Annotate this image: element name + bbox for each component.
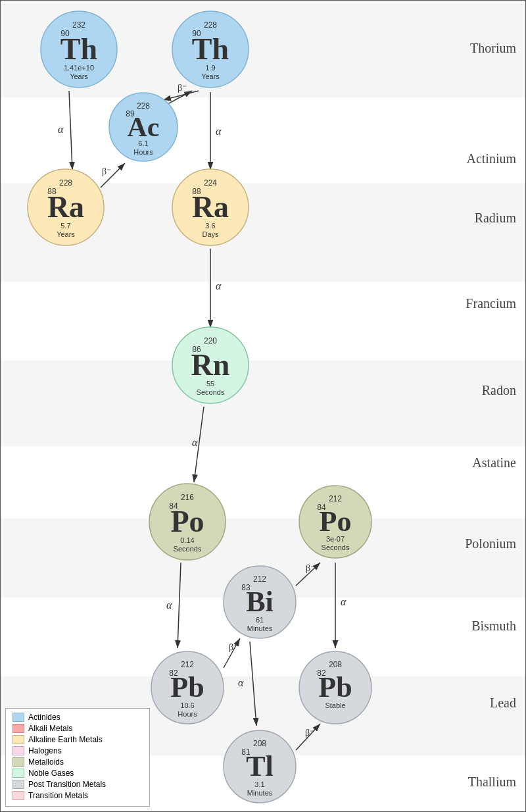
row-label-francium: Francium: [466, 296, 516, 311]
legend-label-noble: Noble Gases: [28, 769, 74, 778]
arrow-label-po212-pb208: α: [341, 596, 347, 607]
arrow-label-th232-ra228: α: [58, 124, 64, 135]
legend-item-alkaline: Alkaline Earth Metals: [12, 735, 143, 744]
halflife-Ra228: 5.7: [60, 222, 70, 230]
legend-item-alkali: Alkali Metals: [12, 724, 143, 733]
row-label-astatine: Astatine: [472, 455, 516, 470]
arrow-label-bi212-tl208: α: [238, 677, 244, 688]
symbol-Th228: Th: [192, 32, 229, 66]
mass-Pb212: 212: [181, 660, 194, 669]
mass-Po212: 212: [329, 494, 342, 503]
symbol-Rn220: Rn: [191, 348, 230, 382]
unit-Th232: Years: [70, 72, 88, 80]
mass-Po216: 216: [181, 493, 194, 502]
halflife-Pb212: 10.6: [180, 701, 194, 709]
legend-swatch-halogens: [12, 746, 24, 755]
legend-label-transition: Transition Metals: [28, 791, 88, 800]
legend-item-noble: Noble Gases: [12, 769, 143, 778]
svg-rect-5: [0, 446, 526, 519]
halflife-Ac228: 6.1: [138, 140, 148, 147]
row-label-lead: Lead: [490, 696, 516, 710]
unit-Th228: Years: [201, 72, 220, 80]
arrow-label-rn220-po216: α: [192, 437, 198, 448]
unit-Po212: Seconds: [322, 544, 350, 551]
arrow-label-po216-pb212: α: [166, 599, 172, 611]
mass-Pb208: 208: [329, 660, 342, 669]
halflife-Po216: 0.14: [180, 536, 194, 544]
symbol-Ac228: Ac: [128, 112, 160, 142]
symbol-Pb212: Pb: [170, 671, 204, 703]
mass-Rn220: 220: [204, 336, 217, 345]
unit-Ra224: Days: [202, 230, 219, 238]
legend-swatch-alkali: [12, 724, 24, 733]
legend-swatch-actinides: [12, 713, 24, 722]
row-label-bismuth: Bismuth: [471, 619, 516, 633]
mass-Ac228: 228: [137, 101, 150, 111]
arrow-label-bi212-po212: β⁻: [306, 563, 315, 573]
unit-Bi212: Minutes: [247, 624, 273, 632]
symbol-Pb208: Pb: [318, 671, 352, 703]
legend-item-post-transition: Post Transition Metals: [12, 780, 143, 789]
symbol-Po212: Po: [320, 505, 352, 538]
symbol-Th232: Th: [60, 32, 97, 66]
arrow-label-ra228-ac228: β⁻: [102, 166, 111, 176]
legend-swatch-post-transition: [12, 780, 24, 789]
symbol-Ra228: Ra: [47, 190, 84, 224]
legend-item-actinides: Actinides: [12, 713, 143, 722]
arrow-label-pb212-bi212: β⁻: [229, 642, 238, 652]
halflife-Ra224: 3.6: [205, 222, 215, 230]
row-label-thorium: Thorium: [470, 41, 516, 55]
symbol-Po216: Po: [170, 505, 204, 538]
legend-item-transition: Transition Metals: [12, 791, 143, 800]
mass-Ra224: 224: [204, 178, 217, 188]
symbol-Bi212: Bi: [246, 586, 274, 618]
halflife-Tl208: 3.1: [254, 780, 264, 788]
legend-label-alkaline: Alkaline Earth Metals: [28, 735, 103, 744]
halflife-Po212: 3e-07: [326, 535, 345, 543]
row-label-radium: Radium: [475, 211, 517, 225]
unit-Rn220: Seconds: [197, 388, 225, 396]
legend-item-halogens: Halogens: [12, 746, 143, 755]
legend-swatch-transition: [12, 791, 24, 800]
mass-Bi212: 212: [253, 574, 266, 584]
symbol-Tl208: Tl: [246, 750, 274, 782]
row-label-actinium: Actinium: [466, 151, 516, 166]
legend-label-actinides: Actinides: [28, 713, 60, 722]
unit-Tl208: Minutes: [247, 789, 273, 797]
legend-swatch-metalloids: [12, 757, 24, 767]
unit-Ac228: Hours: [133, 148, 153, 156]
halflife-Rn220: 55: [206, 380, 214, 388]
legend-item-metalloids: Metalloids: [12, 757, 143, 767]
mass-Th232: 232: [72, 20, 85, 30]
arrow-label-th228-ac228: β⁻: [178, 83, 187, 93]
legend-label-metalloids: Metalloids: [28, 757, 64, 767]
mass-Th228: 228: [204, 20, 217, 30]
svg-rect-4: [0, 361, 526, 446]
svg-rect-1: [0, 97, 526, 183]
row-label-radon: Radon: [482, 383, 516, 397]
halflife-Pb208: Stable: [325, 701, 345, 709]
legend-swatch-alkaline: [12, 735, 24, 744]
unit-Po216: Seconds: [174, 545, 202, 553]
row-label-thallium: Thallium: [468, 774, 517, 789]
mass-Tl208: 208: [253, 739, 266, 748]
mass-Ra228: 228: [59, 178, 72, 188]
legend-label-alkali: Alkali Metals: [28, 724, 72, 733]
halflife-Th228: 1.9: [205, 64, 215, 72]
row-label-polonium: Polonium: [465, 536, 516, 551]
halflife-Bi212: 61: [256, 616, 264, 624]
legend-label-halogens: Halogens: [28, 746, 62, 755]
legend-label-post-transition: Post Transition Metals: [28, 780, 106, 789]
legend: Actinides Alkali Metals Alkaline Earth M…: [5, 708, 150, 807]
legend-swatch-noble: [12, 769, 24, 778]
unit-Ra228: Years: [57, 230, 75, 238]
arrow-label-th228-ra224: α: [216, 126, 222, 137]
svg-rect-3: [0, 282, 526, 361]
arrow-label-tl208-pb208: β⁻: [305, 728, 314, 738]
unit-Pb212: Hours: [178, 710, 197, 718]
halflife-Th232: 1.41e+10: [64, 64, 94, 72]
symbol-Ra224: Ra: [192, 190, 229, 224]
arrow-label-ra224-rn220: α: [216, 280, 222, 292]
